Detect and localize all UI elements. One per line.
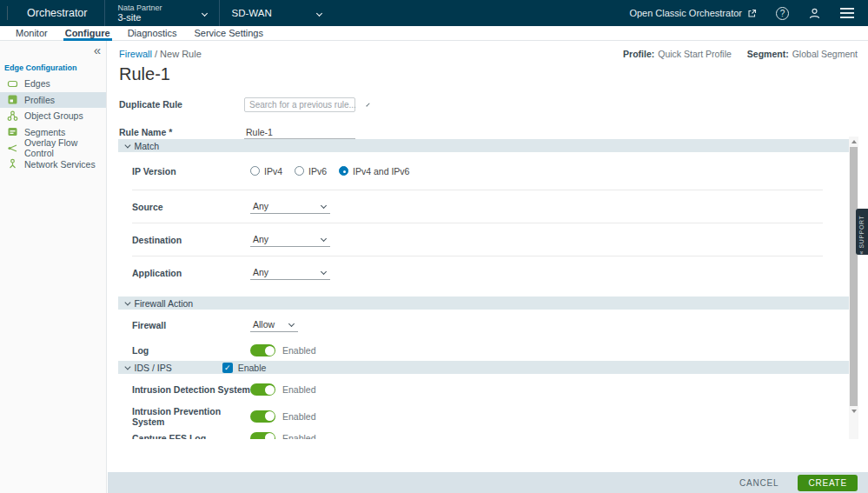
sidebar-item-network-services[interactable]: Network Services: [0, 157, 106, 173]
source-select[interactable]: Any: [250, 200, 330, 214]
support-tab-label: « SUPPORT: [856, 212, 868, 256]
intrusion-detection-toggle[interactable]: [250, 383, 275, 396]
sidebar-item-label: Object Groups: [24, 110, 83, 121]
profile-value: Quick Start Profile: [658, 49, 732, 59]
sidebar-item-profiles[interactable]: Profiles: [0, 92, 106, 109]
page-title: Rule-1: [108, 59, 868, 84]
radio-ipv4-and-ipv6[interactable]: IPv4 and IPv6: [339, 166, 409, 177]
create-button[interactable]: CREATE: [798, 475, 858, 491]
product-selector[interactable]: SD-WAN: [220, 0, 334, 26]
radio-icon[interactable]: [250, 166, 260, 176]
firewall-select[interactable]: Allow: [250, 318, 298, 332]
radio-label: IPv4 and IPv6: [353, 166, 409, 177]
app-title: Orchestrator: [27, 7, 87, 19]
rule-top-form: Duplicate Rule Rule Name *: [108, 97, 868, 140]
intrusion-prevention-row: Intrusion Prevention System Enabled: [118, 405, 849, 427]
log-row: Log Enabled: [118, 340, 849, 361]
intrusion-detection-state: Enabled: [282, 384, 316, 395]
sidebar-item-label: Network Services: [24, 159, 96, 170]
destination-value: Any: [253, 234, 268, 244]
chevron-down-icon: [366, 103, 369, 106]
capture-efs-log-label: Capture EFS Log: [132, 433, 250, 440]
support-tab[interactable]: « SUPPORT: [856, 209, 868, 255]
source-value: Any: [253, 201, 268, 211]
breadcrumb-separator: /: [152, 49, 160, 59]
capture-efs-log-row: Capture EFS Log Enabled: [118, 427, 849, 439]
partner-site: 3-site: [117, 12, 162, 23]
tab-diagnostics[interactable]: Diagnostics: [119, 26, 186, 41]
source-label: Source: [132, 202, 250, 212]
breadcrumb-current: New Rule: [160, 49, 202, 59]
capture-efs-log-state: Enabled: [282, 433, 316, 440]
sidebar-item-object-groups[interactable]: Object Groups: [0, 108, 106, 124]
cancel-button[interactable]: CANCEL: [739, 478, 779, 488]
sidebar-item-label: Segments: [24, 127, 65, 137]
chevron-down-icon: [321, 269, 327, 275]
application-select[interactable]: Any: [250, 266, 330, 280]
segments-icon: [7, 126, 18, 137]
scrollbar-up-arrow[interactable]: [849, 137, 858, 146]
match-section-header[interactable]: Match: [118, 139, 849, 152]
sidebar-item-label: Profiles: [24, 95, 55, 105]
top-bar: Orchestrator Nata Partner 3-site SD-WAN …: [0, 0, 868, 26]
firewall-value: Allow: [253, 319, 275, 330]
ids-ips-enable-label: Enable: [238, 363, 267, 373]
firewall-action-section-header[interactable]: Firewall Action: [118, 296, 849, 310]
scrollbar-thumb[interactable]: [850, 147, 858, 406]
menu-icon[interactable]: [840, 8, 854, 17]
chevron-down-icon: [288, 321, 295, 327]
ids-ips-section-header[interactable]: IDS / IPS ✓ Enable: [118, 361, 849, 374]
main-content: Firewall / New Rule Profile:Quick Start …: [108, 41, 868, 493]
tab-service-settings[interactable]: Service Settings: [186, 26, 272, 41]
log-label: Log: [132, 345, 250, 356]
duplicate-rule-input[interactable]: [249, 100, 364, 110]
topbar-actions: Open Classic Orchestrator ?: [629, 7, 868, 20]
open-classic-orchestrator-link[interactable]: Open Classic Orchestrator: [629, 8, 757, 18]
ip-version-label: IP Version: [132, 166, 250, 177]
radio-ipv4[interactable]: IPv4: [250, 166, 282, 177]
radio-ipv6[interactable]: IPv6: [295, 166, 327, 177]
network-services-icon: [7, 158, 18, 170]
destination-select[interactable]: Any: [250, 233, 330, 247]
external-link-icon: [747, 9, 757, 18]
user-icon[interactable]: [808, 7, 821, 20]
edges-icon: [7, 78, 18, 90]
chevron-down-icon: [321, 203, 327, 209]
topbar-divider: [7, 6, 8, 20]
log-toggle[interactable]: [250, 344, 275, 356]
overlay-flow-icon: [7, 143, 18, 154]
tab-monitor[interactable]: Monitor: [7, 26, 56, 41]
profile-context: Profile:Quick Start Profile: [623, 49, 732, 59]
sidebar-item-overlay-flow-control[interactable]: Overlay Flow Control: [0, 140, 106, 157]
scrollbar[interactable]: [849, 137, 858, 439]
sidebar-collapse-icon[interactable]: «: [94, 43, 101, 57]
duplicate-rule-combobox[interactable]: [244, 97, 355, 112]
ids-ips-enable-checkbox[interactable]: ✓: [222, 363, 233, 373]
orchestrator-app: Orchestrator Nata Partner 3-site SD-WAN …: [0, 0, 868, 493]
scrollbar-down-arrow[interactable]: [849, 406, 858, 416]
chevron-down-icon: [321, 236, 327, 242]
log-toggle-state: Enabled: [282, 345, 316, 356]
intrusion-detection-row: Intrusion Detection System Enabled: [118, 374, 849, 405]
intrusion-prevention-toggle[interactable]: [250, 410, 275, 423]
breadcrumb-firewall-link[interactable]: Firewall: [119, 49, 152, 59]
firewall-label: Firewall: [132, 320, 250, 330]
chevron-down-icon: [316, 10, 322, 16]
radio-icon-selected[interactable]: [339, 166, 348, 176]
intrusion-prevention-state: Enabled: [282, 411, 316, 422]
capture-efs-log-toggle[interactable]: [250, 432, 275, 440]
sidebar-item-label: Overlay Flow Control: [24, 137, 106, 158]
chevron-down-icon: [125, 364, 130, 370]
object-groups-icon: [7, 110, 18, 122]
partner-name: Nata Partner: [117, 3, 162, 12]
help-icon[interactable]: ?: [776, 7, 789, 20]
partner-selector[interactable]: Nata Partner 3-site: [105, 0, 218, 26]
radio-icon[interactable]: [295, 166, 304, 176]
segment-value: Global Segment: [792, 49, 858, 59]
sidebar-item-edges[interactable]: Edges: [0, 76, 106, 92]
open-classic-label: Open Classic Orchestrator: [629, 8, 742, 18]
rule-sections-panel: Match IP Version IPv4 IPv6: [118, 137, 858, 439]
duplicate-rule-label: Duplicate Rule: [119, 99, 244, 110]
product-label: SD-WAN: [232, 8, 272, 18]
tab-configure[interactable]: Configure: [56, 26, 119, 41]
